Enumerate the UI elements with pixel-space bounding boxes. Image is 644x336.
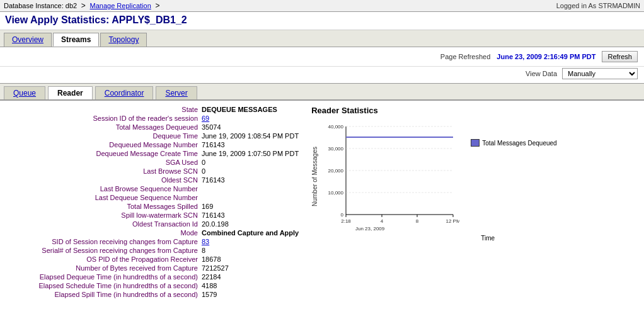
chart-svg: 40,000 30,000 20,000 10,000 0 (321, 120, 459, 233)
stat-link[interactable]: 69 (202, 115, 209, 122)
stat-label: Total Messages Dequeued (6, 123, 202, 131)
sub-tab-reader[interactable]: Reader (48, 86, 93, 99)
stat-label: Last Browse Sequence Number (6, 185, 202, 193)
view-data-bar: View Data Manually (0, 67, 644, 83)
stat-label: Serial# of Session receiving changes fro… (6, 247, 202, 254)
stat-value: DEQUEUE MESSAGES (202, 106, 277, 113)
svg-text:Jun 23, 2009: Jun 23, 2009 (355, 226, 385, 232)
chart-svg-wrapper: Number of Messages 40,000 30,000 (311, 120, 459, 233)
stat-value[interactable]: 83 (202, 238, 209, 245)
stat-value: 0 (202, 167, 205, 175)
stat-label: Number of Bytes received from Capture (6, 264, 202, 272)
stat-value: 169 (202, 203, 213, 210)
table-row: Elapsed Dequeue Time (in hundredths of a… (6, 273, 299, 281)
svg-text:8: 8 (416, 218, 419, 224)
stat-value: 1579 (202, 291, 217, 298)
stat-label: Elapsed Spill Time (in hundredths of a s… (6, 291, 202, 298)
table-row: Dequeued Message Number716143 (6, 141, 299, 148)
stat-link[interactable]: 83 (202, 238, 209, 245)
stat-value[interactable]: 69 (202, 115, 209, 122)
table-row: Last Dequeue Sequence Number (6, 194, 299, 201)
chart-container: Number of Messages 40,000 30,000 (311, 120, 638, 233)
stat-label: Spill low-watermark SCN (6, 211, 202, 219)
stat-value: Combined Capture and Apply (202, 229, 299, 237)
legend-color-box (471, 139, 480, 147)
svg-text:10,000: 10,000 (328, 190, 344, 196)
stats-table: StateDEQUEUE MESSAGESSession ID of the r… (6, 106, 299, 300)
stat-label: Last Dequeue Sequence Number (6, 194, 202, 201)
stat-value: 20.0.198 (202, 220, 229, 228)
table-row: Total Messages Spilled169 (6, 203, 299, 210)
table-row: Last Browse Sequence Number (6, 185, 299, 193)
table-row: Elapsed Spill Time (in hundredths of a s… (6, 291, 299, 298)
table-row: Number of Bytes received from Capture721… (6, 264, 299, 272)
stat-value: 35074 (202, 123, 221, 131)
chart-area: Reader Statistics Number of Messages 40,… (311, 106, 638, 300)
table-row: Dequeued Message Create TimeJune 19, 200… (6, 150, 299, 157)
view-data-label: View Data (526, 70, 557, 77)
stat-label: OS PID of the Propagation Receiver (6, 255, 202, 263)
stat-value: June 19, 2009 1:08:54 PM PDT (202, 132, 299, 140)
table-row: Spill low-watermark SCN716143 (6, 211, 299, 219)
table-row: Last Browse SCN0 (6, 167, 299, 175)
sub-tab-coordinator[interactable]: Coordinator (95, 86, 154, 99)
chart-legend: Total Messages Dequeued (471, 139, 556, 147)
stat-value: June 19, 2009 1:07:50 PM PDT (202, 150, 299, 157)
stat-label: Dequeue Time (6, 132, 202, 140)
table-row: Session ID of the reader's session69 (6, 115, 299, 122)
chart-legend-area: Total Messages Dequeued (471, 126, 556, 147)
stat-value: 22184 (202, 273, 221, 281)
stat-label: Total Messages Spilled (6, 203, 202, 210)
svg-text:40,000: 40,000 (328, 124, 344, 130)
table-row: Total Messages Dequeued35074 (6, 123, 299, 131)
table-row: SGA Used0 (6, 159, 299, 166)
table-row: ModeCombined Capture and Apply (6, 229, 299, 237)
legend-label: Total Messages Dequeued (482, 140, 556, 147)
db-instance-label: Database Instance: db2 (4, 2, 77, 9)
x-axis-label: Time (338, 235, 638, 242)
refresh-bar: Page Refreshed June 23, 2009 2:16:49 PM … (0, 47, 644, 67)
main-tabs: Overview Streams Topology (0, 30, 644, 47)
stat-value: 716143 (202, 211, 225, 219)
stat-label: SGA Used (6, 159, 202, 166)
svg-text:4: 4 (381, 218, 384, 224)
svg-text:0: 0 (341, 212, 344, 218)
stat-value: 8 (202, 247, 205, 254)
sub-tabs: Queue Reader Coordinator Server (0, 83, 644, 101)
stat-value: 7212527 (202, 264, 229, 272)
table-row: Elapsed Schedule Time (in hundredths of … (6, 282, 299, 289)
manage-replication-link[interactable]: Manage Replication (90, 2, 151, 9)
stat-label: Oldest SCN (6, 176, 202, 184)
stat-value: 716143 (202, 176, 225, 184)
sub-tab-queue[interactable]: Queue (4, 86, 45, 99)
y-axis-label: Number of Messages (311, 147, 318, 206)
stat-value: 716143 (202, 141, 225, 148)
stat-label: Elapsed Schedule Time (in hundredths of … (6, 282, 202, 289)
page-refreshed-time: June 23, 2009 2:16:49 PM PDT (497, 53, 595, 60)
stat-value: 0 (202, 159, 205, 166)
logged-in-label: Logged in As STRMADMIN (556, 2, 640, 9)
stat-label: Dequeued Message Create Time (6, 150, 202, 157)
sub-tab-server[interactable]: Server (156, 86, 197, 99)
table-row: Oldest SCN716143 (6, 176, 299, 184)
svg-text:20,000: 20,000 (328, 168, 344, 174)
stat-label: Dequeued Message Number (6, 141, 202, 148)
table-row: SID of Session receiving changes from Ca… (6, 238, 299, 245)
view-data-select[interactable]: Manually (562, 68, 638, 79)
top-bar: Database Instance: db2 > Manage Replicat… (0, 0, 644, 12)
stat-label: Last Browse SCN (6, 167, 202, 175)
content-area: StateDEQUEUE MESSAGESSession ID of the r… (0, 101, 644, 305)
tab-topology[interactable]: Topology (100, 33, 147, 47)
page-refreshed-label: Page Refreshed (440, 53, 491, 60)
svg-text:2:18: 2:18 (341, 218, 351, 224)
tab-streams[interactable]: Streams (53, 33, 99, 47)
stat-value: 4188 (202, 282, 217, 289)
refresh-button[interactable]: Refresh (602, 51, 638, 62)
tab-overview[interactable]: Overview (4, 33, 52, 47)
table-row: OS PID of the Propagation Receiver18678 (6, 255, 299, 263)
stat-label: State (6, 106, 202, 113)
svg-text:12 PM: 12 PM (446, 218, 460, 224)
chart-title: Reader Statistics (311, 106, 638, 115)
svg-text:30,000: 30,000 (328, 146, 344, 152)
stat-label: Elapsed Dequeue Time (in hundredths of a… (6, 273, 202, 281)
